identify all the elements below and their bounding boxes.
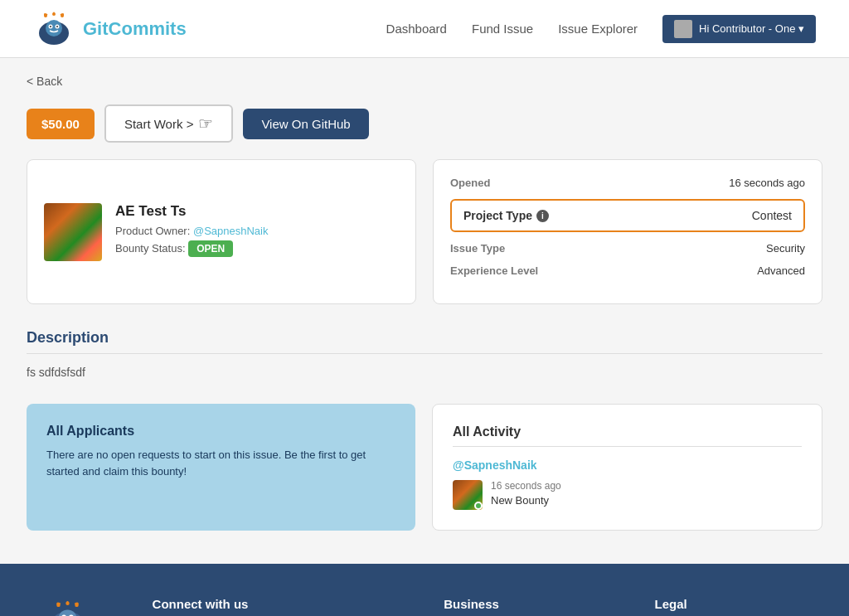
svg-point-7 [52, 12, 56, 16]
issue-details: AE Test Ts Product Owner: @SapneshNaik B… [115, 203, 268, 260]
issue-thumbnail [44, 203, 102, 261]
activity-details: 16 seconds ago New Bounty [491, 480, 561, 507]
applicants-title: All Applicants [46, 424, 395, 439]
footer-connect-section: Connect with us 🐦 f in ▶ [153, 597, 395, 616]
online-indicator [474, 502, 483, 510]
cursor-icon: ☞ [198, 114, 213, 133]
bottom-row: All Applicants There are no open request… [27, 404, 822, 531]
logo-area: GitCommits [33, 8, 187, 50]
activity-item: 16 seconds ago New Bounty [453, 480, 802, 510]
activity-time: 16 seconds ago [491, 480, 561, 492]
footer: GitCommits Connect with us 🐦 f in ▶ Busi… [0, 564, 849, 616]
svg-point-16 [66, 602, 70, 605]
issue-main-card: AE Test Ts Product Owner: @SapneshNaik B… [27, 159, 416, 304]
project-type-value: Contest [752, 209, 792, 222]
svg-point-10 [59, 609, 77, 616]
experience-level-value: Advanced [757, 264, 805, 277]
issue-type-value: Security [766, 242, 805, 255]
issue-row: AE Test Ts Product Owner: @SapneshNaik B… [27, 159, 822, 304]
experience-level-row: Experience Level Advanced [450, 264, 805, 277]
svg-point-1 [46, 20, 62, 36]
svg-point-6 [44, 14, 47, 17]
connect-title: Connect with us [153, 597, 395, 616]
info-icon: i [536, 210, 549, 222]
activity-card: All Activity @SapneshNaik 16 seconds ago… [432, 404, 822, 531]
bounty-status-row: Bounty Status: OPEN [115, 240, 268, 257]
legal-title: Legal [655, 597, 816, 616]
footer-top: GitCommits Connect with us 🐦 f in ▶ Busi… [33, 597, 816, 616]
user-name: Hi Contributor - One ▾ [699, 22, 804, 35]
issue-title: AE Test Ts [115, 203, 268, 220]
opened-value: 16 seconds ago [729, 177, 805, 189]
nav-issue-explorer[interactable]: Issue Explorer [558, 22, 638, 36]
activity-title: All Activity [453, 424, 802, 447]
product-owner-link[interactable]: @SapneshNaik [193, 225, 269, 237]
activity-user[interactable]: @SapneshNaik [453, 458, 802, 472]
svg-point-5 [56, 26, 58, 27]
activity-avatar [453, 480, 483, 510]
svg-point-15 [57, 604, 61, 607]
bounty-amount-button[interactable]: $50.00 [27, 109, 95, 139]
main-content: < Back $50.00 Start Work > ☞ View On Git… [10, 58, 839, 564]
nav-area: Dashboard Fund Issue Issue Explorer Hi C… [386, 15, 816, 43]
product-owner-row: Product Owner: @SapneshNaik [115, 225, 268, 237]
project-type-label: Project Type i [463, 209, 549, 222]
applicants-card: All Applicants There are no open request… [27, 404, 415, 531]
description-title: Description [27, 329, 822, 354]
issue-thumb-image [44, 203, 102, 261]
business-title: Business [444, 597, 604, 616]
svg-point-4 [50, 26, 51, 27]
svg-point-17 [75, 604, 79, 607]
applicants-message: There are no open requests to start on t… [46, 447, 395, 479]
issue-type-row: Issue Type Security [450, 242, 805, 255]
footer-legal-section: Legal Terms and Conditions Privacy [655, 597, 816, 616]
project-type-box: Project Type i Contest [450, 199, 805, 232]
bounty-status-badge: OPEN [188, 240, 233, 257]
start-work-button[interactable]: Start Work > ☞ [104, 104, 234, 143]
opened-row: Opened 16 seconds ago [450, 177, 805, 189]
svg-point-8 [61, 14, 64, 17]
nav-fund-issue[interactable]: Fund Issue [472, 22, 533, 36]
view-github-button[interactable]: View On GitHub [243, 109, 368, 139]
avatar [674, 20, 692, 38]
nav-dashboard[interactable]: Dashboard [386, 22, 447, 36]
header: GitCommits Dashboard Fund Issue Issue Ex… [0, 0, 849, 58]
logo-text: GitCommits [83, 18, 187, 40]
footer-business-section: Business About GitCommits Careers [444, 597, 604, 616]
description-section: Description fs sdfdsfsdf [27, 329, 822, 379]
activity-type: New Bounty [491, 494, 561, 507]
logo-icon [33, 8, 75, 50]
description-text: fs sdfdsfsdf [27, 366, 822, 379]
footer-logo-icon [45, 597, 90, 616]
back-link[interactable]: < Back [27, 75, 62, 88]
footer-logo: GitCommits [33, 597, 103, 616]
issue-info-card: Opened 16 seconds ago Project Type i Con… [433, 159, 822, 304]
action-bar: $50.00 Start Work > ☞ View On GitHub [27, 104, 822, 143]
user-badge[interactable]: Hi Contributor - One ▾ [662, 15, 816, 43]
